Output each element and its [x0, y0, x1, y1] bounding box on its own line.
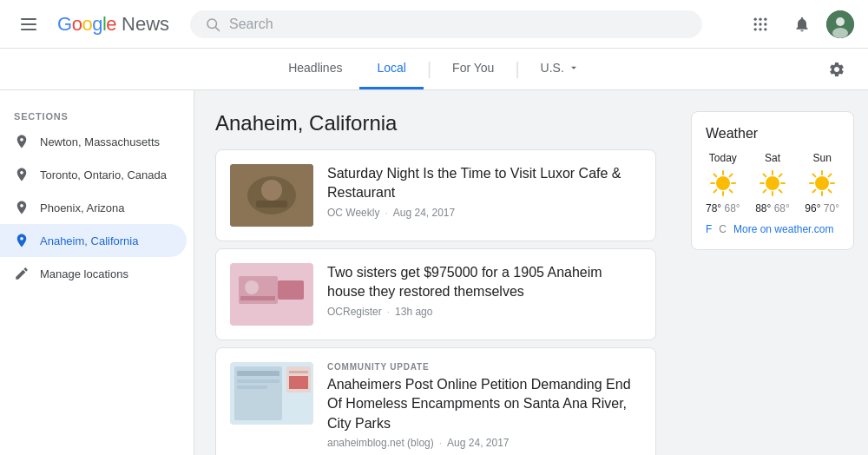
thumb-image-1	[230, 164, 313, 227]
news-content-2: Two sisters get $975000 for a 1905 Anahe…	[327, 263, 641, 326]
sun-icon-sat	[759, 169, 786, 197]
nav-divider: |	[427, 59, 431, 79]
svg-point-12	[836, 17, 845, 26]
svg-point-9	[759, 28, 761, 30]
svg-point-5	[754, 23, 757, 25]
svg-rect-17	[256, 201, 287, 208]
apps-icon	[752, 16, 769, 33]
svg-rect-29	[289, 371, 308, 373]
news-source-1: OC Weekly	[327, 207, 379, 219]
news-time-2: 13h ago	[395, 306, 432, 318]
sidebar-item-phoenix[interactable]: Phoenix, Arizona	[0, 191, 187, 224]
svg-point-45	[766, 176, 779, 190]
sun-icon-sun	[808, 169, 836, 197]
weather-day-sun: Sun 96° 70°	[805, 152, 839, 214]
svg-point-4	[764, 17, 766, 20]
tab-headlines[interactable]: Headlines	[271, 49, 359, 89]
news-thumbnail-2	[230, 263, 313, 326]
sidebar-item-anaheim[interactable]: Anaheim, California	[0, 224, 187, 257]
nav-divider-2: |	[515, 59, 519, 79]
main-content: Anaheim, California Saturday Night Is th…	[194, 90, 677, 455]
sidebar-item-newton-label: Newton, Massachusetts	[40, 135, 173, 148]
news-time-1: Aug 24, 2017	[393, 207, 455, 219]
sidebar-item-manage[interactable]: Manage locations	[0, 257, 187, 290]
sidebar-item-newton[interactable]: Newton, Massachusetts	[0, 125, 187, 158]
nav-tabs: Headlines Local | For You | U.S.	[0, 49, 868, 90]
unit-f[interactable]: F	[706, 223, 712, 235]
google-news-logo[interactable]: Google News	[57, 13, 169, 36]
apps-button[interactable]	[743, 7, 778, 42]
more-weather-link[interactable]: More on weather.com	[733, 223, 833, 235]
news-source-3: anaheimblog.net (blog)	[327, 437, 434, 449]
svg-line-53	[764, 190, 766, 193]
svg-point-16	[261, 180, 282, 201]
tab-us[interactable]: U.S.	[523, 49, 597, 89]
news-card-2[interactable]: Two sisters get $975000 for a 1905 Anahe…	[215, 248, 656, 340]
svg-line-43	[729, 175, 732, 177]
weather-label-today: Today	[709, 152, 737, 164]
tab-for-you[interactable]: For You	[435, 49, 511, 89]
news-source-2: OCRegister	[327, 306, 382, 318]
location-icon	[14, 200, 30, 215]
sidebar-item-toronto[interactable]: Toronto, Ontario, Canada	[0, 158, 187, 191]
weather-temp-today: 78° 68°	[706, 202, 740, 214]
sidebar: SECTIONS Newton, Massachusetts Toronto, …	[0, 90, 194, 455]
svg-point-6	[759, 23, 761, 25]
svg-line-42	[729, 190, 732, 193]
svg-line-59	[813, 175, 816, 177]
news-meta-3: anaheimblog.net (blog) · Aug 24, 2017	[327, 437, 641, 449]
news-headline-3: Anaheimers Post Online Petition Demandin…	[327, 375, 641, 433]
news-meta-1: OC Weekly · Aug 24, 2017	[327, 207, 641, 219]
avatar[interactable]	[826, 10, 854, 38]
weather-units: F C More on weather.com	[706, 223, 839, 235]
sections-label: SECTIONS	[0, 104, 194, 125]
settings-button[interactable]	[819, 52, 854, 87]
location-icon-active	[14, 233, 30, 248]
search-bar[interactable]	[190, 10, 702, 38]
news-headline-1: Saturday Night Is the Time to Visit Luxo…	[327, 164, 641, 203]
weather-label-sat: Sat	[765, 152, 780, 164]
news-meta-2: OCRegister · 13h ago	[327, 306, 641, 318]
menu-button[interactable]	[14, 11, 43, 37]
svg-point-8	[754, 28, 757, 30]
notifications-button[interactable]	[785, 7, 819, 42]
svg-point-13	[832, 28, 848, 38]
edit-icon	[14, 266, 30, 281]
thumb-image-2	[230, 263, 313, 326]
search-input[interactable]	[229, 16, 687, 32]
svg-rect-30	[289, 376, 308, 389]
svg-rect-22	[240, 296, 275, 300]
sidebar-item-anaheim-label: Anaheim, California	[40, 234, 173, 247]
gear-icon	[828, 61, 845, 78]
svg-line-52	[779, 175, 782, 177]
svg-rect-26	[237, 379, 279, 383]
weather-day-sat: Sat 88° 68°	[755, 152, 790, 214]
unit-c[interactable]: C	[719, 223, 727, 235]
svg-point-36	[716, 176, 730, 190]
tab-local[interactable]: Local	[359, 49, 423, 89]
weather-label-sun: Sun	[812, 152, 831, 164]
svg-line-44	[713, 190, 716, 193]
svg-line-60	[829, 190, 832, 193]
chevron-down-icon	[568, 62, 580, 74]
weather-temp-sun: 96° 70°	[805, 202, 839, 214]
search-icon	[205, 16, 220, 32]
weather-title: Weather	[706, 126, 839, 142]
news-time-3: Aug 24, 2017	[447, 437, 509, 449]
sidebar-item-manage-label: Manage locations	[40, 267, 173, 280]
svg-point-3	[759, 17, 761, 20]
weather-day-today: Today 78° 68°	[706, 152, 740, 214]
svg-point-21	[245, 280, 259, 294]
header-right	[743, 7, 854, 42]
news-card-3[interactable]: COMMUNITY UPDATE Anaheimers Post Online …	[215, 347, 656, 455]
google-wordmark: Google	[57, 13, 116, 36]
community-badge-3: COMMUNITY UPDATE	[327, 362, 641, 372]
news-card-1[interactable]: Saturday Night Is the Time to Visit Luxo…	[215, 149, 656, 241]
svg-line-51	[779, 190, 782, 193]
weather-card: Weather Today	[691, 111, 854, 250]
svg-line-50	[764, 175, 766, 177]
news-content-1: Saturday Night Is the Time to Visit Luxo…	[327, 164, 641, 227]
svg-point-10	[764, 28, 766, 30]
svg-point-7	[764, 23, 766, 25]
thumb-image-3	[230, 362, 313, 425]
